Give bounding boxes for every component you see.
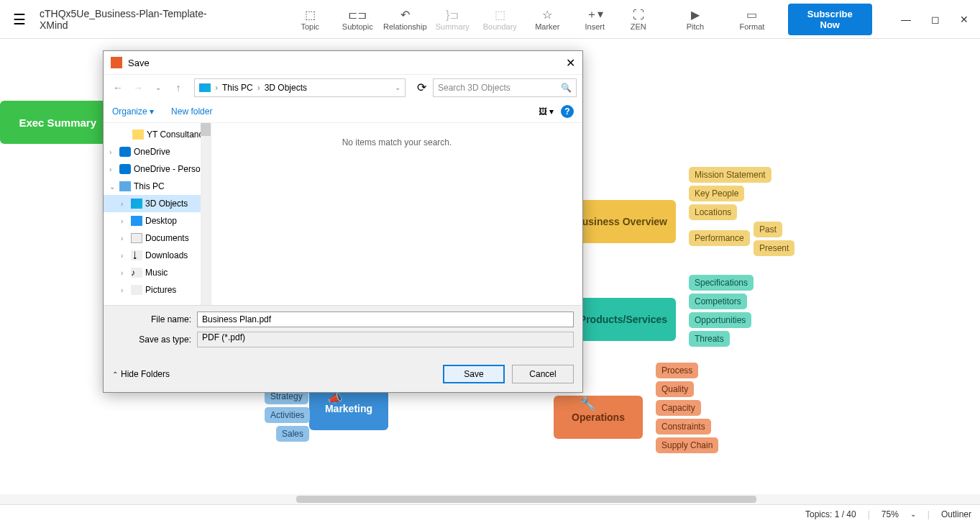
tree-3dobjects[interactable]: ›3D Objects [104,195,211,212]
format-button[interactable]: ▭Format [731,4,773,35]
hamburger-menu[interactable]: ☰ [6,5,34,34]
chip-supply[interactable]: Supply Chain [656,437,718,453]
folder-icon [132,129,144,140]
chip-mission[interactable]: Mission Statement [689,167,771,183]
minimize-button[interactable]: — [901,14,911,25]
format-icon: ▭ [746,8,757,22]
pitch-button[interactable]: ▶Pitch [674,4,716,35]
chip-constraints[interactable]: Constraints [656,419,711,435]
node-operations[interactable]: Operations [554,396,643,439]
chip-activities[interactable]: Activities [265,407,310,423]
relationship-icon: ↶ [400,8,410,22]
folder-tree[interactable]: YT Consultancy ›OneDrive ›OneDrive - Per… [104,123,211,305]
maximize-button[interactable]: ◻ [931,14,940,25]
tree-pictures[interactable]: ›Pictures [104,281,211,299]
3d-icon [131,199,142,209]
tree-desktop[interactable]: ›Desktop [104,212,211,229]
filename-input[interactable] [197,311,574,327]
chip-performance[interactable]: Performance [689,230,750,246]
tree-onedrive-personal[interactable]: ›OneDrive - Person [104,160,211,178]
empty-message: No items match your search. [342,137,452,147]
chip-keypeople[interactable]: Key People [689,186,744,201]
operations-icon: 🔧 [580,396,595,411]
tree-downloads[interactable]: ›⭣Downloads [104,247,211,264]
type-select[interactable]: PDF (*.pdf) [197,332,574,347]
file-list: No items match your search. [211,123,582,305]
nav-history-chevron[interactable]: ⌄ [150,79,167,96]
search-icon: 🔍 [561,83,572,93]
organize-button[interactable]: Organize ▾ [112,106,154,117]
marker-icon: ☆ [542,8,552,22]
chip-process[interactable]: Process [656,363,698,378]
documents-icon [131,233,142,243]
search-input[interactable]: Search 3D Objects 🔍 [433,78,577,97]
tree-onedrive[interactable]: ›OneDrive [104,143,211,160]
chip-threat[interactable]: Threats [689,331,730,347]
chip-past[interactable]: Past [754,222,782,237]
node-exec-summary[interactable]: Exec Summary [0,101,108,144]
type-label: Save as type: [112,335,191,345]
relationship-button[interactable]: ↶Relationship [383,4,427,35]
tree-documents[interactable]: ›Documents [104,229,211,247]
subscribe-button[interactable]: Subscribe Now [788,4,873,35]
pictures-icon [131,285,142,295]
insert-button[interactable]: ＋▾Insert [572,4,617,35]
pc-icon [119,181,131,191]
location-icon [199,83,211,92]
nav-back-button[interactable]: ← [109,79,127,96]
close-button[interactable]: ✕ [960,14,968,25]
dialog-body: YT Consultancy ›OneDrive ›OneDrive - Per… [104,123,582,305]
desktop-icon [131,216,142,226]
nav-up-button[interactable]: ↑ [170,79,187,96]
summary-icon: }⊐ [446,8,459,22]
node-marketing[interactable]: Marketing [309,387,388,430]
marker-button[interactable]: ☆Marker [525,4,569,35]
xmind-icon [111,57,122,68]
onedrive-icon [119,147,131,157]
dialog-nav: ← → ⌄ ↑ › This PC › 3D Objects ⌄ ⟳ Searc… [104,74,582,100]
marketing-icon: 📣 [328,391,342,405]
document-title: cTHQx5Ue_Business-Plan-Template-XMind [40,8,230,31]
chip-quality[interactable]: Quality [656,381,694,397]
crumb-chevron-icon[interactable]: ⌄ [395,83,400,91]
save-button[interactable]: Save [443,365,505,383]
cancel-button[interactable]: Cancel [512,365,574,383]
nav-forward-button[interactable]: → [129,79,147,96]
dialog-toolbar: Organize ▾ New folder 🖼 ▾ ? [104,100,582,123]
onedrive-icon [119,164,131,174]
window-controls: — ◻ ✕ [901,14,968,25]
insert-icon: ＋▾ [586,8,603,22]
chip-locations[interactable]: Locations [689,204,737,220]
horizontal-scrollbar[interactable] [0,494,980,504]
tree-thispc[interactable]: ⌄This PC [104,178,211,195]
breadcrumb[interactable]: › This PC › 3D Objects ⌄ [194,78,406,97]
scrollbar-thumb[interactable] [296,496,756,503]
chip-present[interactable]: Present [754,240,794,256]
downloads-icon: ⭣ [131,250,142,260]
topic-button[interactable]: ⬚Topic [288,4,332,35]
chip-spec[interactable]: Specifications [689,275,754,291]
chip-comp[interactable]: Competitors [689,294,747,309]
view-icon[interactable]: 🖼 ▾ [539,106,554,117]
chip-opp[interactable]: Opportunities [689,312,751,328]
hide-folders-button[interactable]: ⌃Hide Folders [112,369,170,379]
tree-music[interactable]: ›♪Music [104,264,211,281]
dialog-close-button[interactable]: ✕ [566,56,575,70]
zoom-chevron-icon[interactable]: ⌄ [910,510,916,518]
tree-scrollbar[interactable] [201,123,211,305]
pitch-icon: ▶ [691,8,700,22]
help-icon[interactable]: ? [561,105,574,118]
boundary-icon: ⬚ [495,8,505,22]
chip-sales[interactable]: Sales [276,426,309,442]
new-folder-button[interactable]: New folder [171,106,212,117]
zen-button[interactable]: ⛶ZEN [617,4,659,35]
refresh-button[interactable]: ⟳ [413,79,430,96]
subtopic-button[interactable]: ⊏⊐Subtopic [335,4,380,35]
outliner-button[interactable]: Outliner [941,509,971,519]
zoom-level[interactable]: 75% [881,509,899,519]
chip-capacity[interactable]: Capacity [656,400,701,416]
boundary-button: ⬚Boundary [477,4,522,35]
topic-icon: ⬚ [305,8,316,22]
save-dialog: Save ✕ ← → ⌄ ↑ › This PC › 3D Objects ⌄ … [103,50,583,393]
tree-yt[interactable]: YT Consultancy [104,126,211,143]
